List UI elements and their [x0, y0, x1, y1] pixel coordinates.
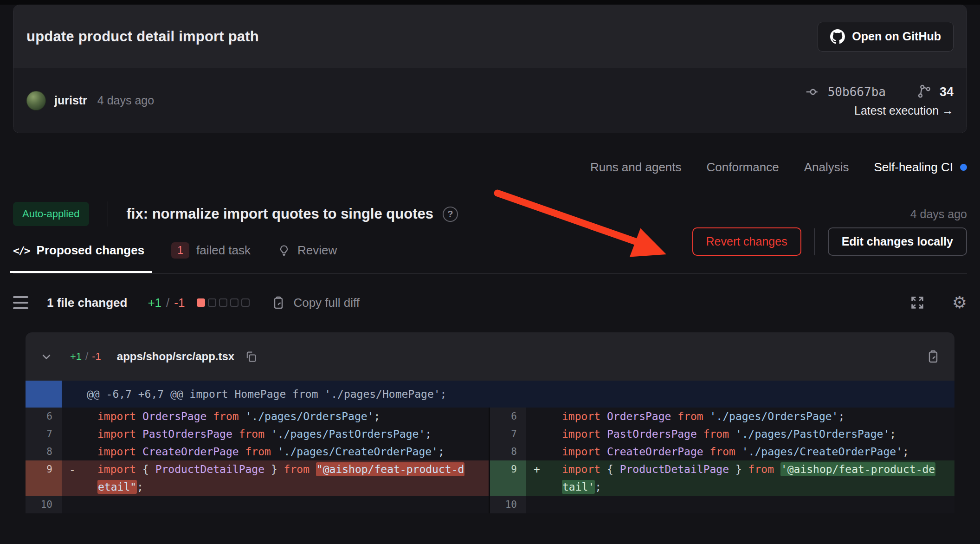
commit-author: juristr 4 days ago: [26, 91, 154, 110]
tab-review[interactable]: Review: [277, 243, 337, 258]
nav-item-conformance[interactable]: Conformance: [707, 160, 779, 175]
tab-proposed-changes[interactable]: </> Proposed changes: [13, 243, 144, 258]
auto-applied-badge: Auto-applied: [13, 202, 89, 226]
deletions-count: -1: [174, 296, 185, 310]
code-icon: </>: [13, 245, 30, 257]
file-path: apps/shop/src/app.tsx: [117, 350, 234, 363]
diff-row: 9-import { ProductDetailPage } from "@ai…: [26, 460, 489, 496]
file-deletions: -1: [92, 350, 101, 363]
diff-pane-before[interactable]: 6import OrdersPage from './pages/OrdersP…: [26, 408, 490, 513]
ratio-square-empty: [241, 298, 250, 307]
commit-card-body: juristr 4 days ago 50b667ba 34: [13, 68, 967, 133]
status-dot-icon: [960, 164, 967, 171]
lightbulb-icon: [277, 244, 290, 257]
fix-title: fix: normalize import quotes to single q…: [127, 206, 433, 222]
chevron-down-icon[interactable]: [39, 350, 53, 363]
fix-row: Auto-applied fix: normalize import quote…: [13, 201, 967, 227]
file-diff-card: +1 / -1 apps/shop/src/app.tsx @@ -6,7 +6…: [26, 332, 954, 513]
divider: [814, 228, 815, 255]
line-number: 9: [26, 460, 62, 496]
file-additions: +1: [70, 350, 82, 363]
avatar[interactable]: [26, 91, 46, 110]
hunk-header-text: @@ -6,7 +6,7 @@ import HomePage from './…: [62, 381, 446, 408]
commit-hash: 50b667ba: [828, 85, 886, 99]
code-line: import CreateOrderPage from './pages/Cre…: [62, 443, 489, 460]
graph-icon: [916, 84, 932, 100]
file-header: +1 / -1 apps/shop/src/app.tsx: [26, 332, 954, 381]
commit-card-header: update product detail import path Open o…: [13, 5, 967, 68]
diff-row: 8import CreateOrderPage from './pages/Cr…: [26, 443, 489, 460]
change-actions: Revert changes Edit changes locally: [692, 227, 967, 256]
diff-ratio-squares: [197, 298, 250, 307]
execution-count-group[interactable]: 34: [916, 84, 954, 100]
tab-proposed-label: Proposed changes: [37, 243, 145, 258]
line-number: 6: [490, 408, 526, 425]
code-line: import PastOrdersPage from './pages/Past…: [526, 425, 954, 443]
file-count-separator: /: [85, 350, 88, 363]
line-number: 10: [26, 496, 62, 513]
commit-card: update product detail import path Open o…: [13, 5, 967, 133]
ratio-square-filled: [197, 298, 205, 307]
tab-failed-task[interactable]: 1 failed task: [171, 242, 251, 259]
tab-review-label: Review: [297, 243, 337, 258]
expand-icon[interactable]: [909, 295, 925, 311]
nav-item-label: Self-healing CI: [874, 160, 953, 175]
nav-item-self-healing-ci[interactable]: Self-healing CI: [874, 160, 967, 175]
fix-time: 4 days ago: [910, 207, 967, 221]
help-icon[interactable]: ?: [443, 207, 458, 222]
clipboard-icon: [271, 295, 286, 310]
diff-row: 9+import { ProductDetailPage } from '@ai…: [490, 460, 954, 496]
open-on-github-label: Open on GitHub: [852, 30, 941, 43]
execution-count: 34: [940, 85, 954, 99]
code-line: import CreateOrderPage from './pages/Cre…: [526, 443, 954, 460]
github-icon: [830, 29, 845, 44]
line-number: 7: [490, 425, 526, 443]
open-on-github-button[interactable]: Open on GitHub: [818, 22, 954, 52]
additions-count: +1: [148, 296, 161, 310]
tabs-row: </> Proposed changes 1 failed task Revie…: [13, 235, 967, 274]
revert-changes-button[interactable]: Revert changes: [692, 227, 801, 256]
diff-toolbar: 1 file changed +1 / -1 Copy full diff ⚙: [13, 294, 967, 311]
diff-row: 8import CreateOrderPage from './pages/Cr…: [490, 443, 954, 460]
line-number: 9: [490, 460, 526, 496]
commit-meta: 50b667ba 34 Latest execution →: [805, 84, 954, 117]
code-line: etail";: [62, 478, 489, 496]
commit-hash-group[interactable]: 50b667ba: [805, 84, 886, 100]
code-line: [62, 496, 489, 513]
file-diff-counts: +1 / -1: [70, 350, 101, 363]
commit-icon: [805, 84, 821, 100]
nav-item-runs-and-agents[interactable]: Runs and agents: [590, 160, 682, 175]
divider: [108, 201, 108, 227]
top-strip: [0, 0, 980, 5]
code-line: import OrdersPage from './pages/OrdersPa…: [62, 408, 489, 425]
count-separator: /: [166, 296, 169, 310]
copy-full-diff-button[interactable]: Copy full diff: [271, 295, 360, 310]
diff-pane-after[interactable]: 6import OrdersPage from './pages/OrdersP…: [490, 408, 954, 513]
code-line: tail';: [526, 478, 954, 496]
nav-item-analysis[interactable]: Analysis: [804, 160, 849, 175]
diff-row: 7import PastOrdersPage from './pages/Pas…: [26, 425, 489, 443]
commit-time: 4 days ago: [97, 94, 154, 107]
diff-row: 10: [26, 496, 489, 513]
latest-execution-link[interactable]: Latest execution →: [854, 104, 954, 117]
line-number: 10: [490, 496, 526, 513]
nav-item-label: Conformance: [707, 160, 779, 175]
line-number: 8: [26, 443, 62, 460]
hunk-header-row: @@ -6,7 +6,7 @@ import HomePage from './…: [26, 381, 954, 408]
file-list-menu-icon[interactable]: [13, 296, 28, 309]
author-name: juristr: [54, 94, 87, 107]
code-line: import OrdersPage from './pages/OrdersPa…: [526, 408, 954, 425]
copy-path-icon[interactable]: [245, 350, 258, 363]
edit-changes-locally-button[interactable]: Edit changes locally: [828, 227, 967, 256]
failed-count-badge: 1: [171, 242, 189, 259]
settings-gear-icon[interactable]: ⚙: [952, 294, 967, 311]
code-line: +import { ProductDetailPage } from '@ais…: [526, 460, 954, 478]
copy-file-diff-icon[interactable]: [926, 349, 941, 364]
tab-failed-label: failed task: [196, 243, 251, 258]
ratio-square-empty: [230, 298, 239, 307]
section-nav: Runs and agentsConformanceAnalysisSelf-h…: [13, 160, 967, 175]
diff-counts: +1 / -1: [148, 296, 185, 310]
diff-columns: 6import OrdersPage from './pages/OrdersP…: [26, 408, 954, 513]
code-line: import PastOrdersPage from './pages/Past…: [62, 425, 489, 443]
diff-row: 6import OrdersPage from './pages/OrdersP…: [26, 408, 489, 425]
